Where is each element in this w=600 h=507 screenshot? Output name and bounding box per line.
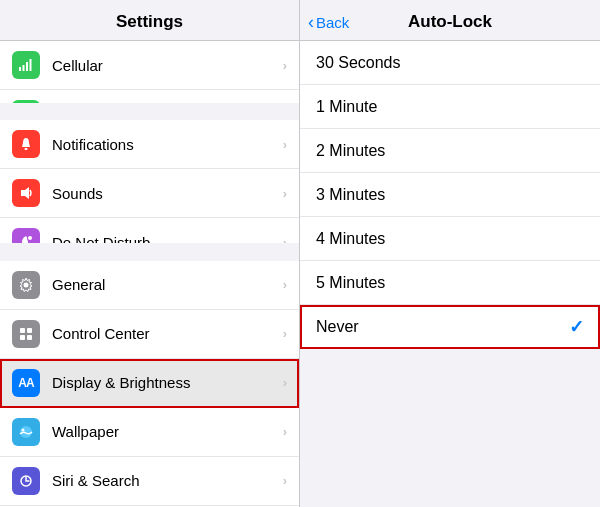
svg-marker-6	[21, 187, 29, 199]
settings-title: Settings	[16, 12, 283, 32]
general-label: General	[52, 276, 283, 293]
wallpaper-icon	[12, 418, 40, 446]
siri-icon	[12, 467, 40, 495]
sounds-label: Sounds	[52, 185, 283, 202]
wallpaper-chevron: ›	[283, 424, 287, 439]
notifications-label: Notifications	[52, 136, 283, 153]
display-chevron: ›	[283, 375, 287, 390]
svg-rect-3	[30, 59, 32, 71]
autolock-options-list: 30 Seconds 1 Minute 2 Minutes 3 Minutes …	[300, 41, 600, 349]
controlcenter-chevron: ›	[283, 326, 287, 341]
display-label: Display & Brightness	[52, 374, 283, 391]
sidebar-item-wallpaper[interactable]: Wallpaper ›	[0, 408, 299, 457]
sidebar-item-display[interactable]: AA Display & Brightness ›	[0, 359, 299, 408]
cellular-chevron: ›	[283, 58, 287, 73]
autolock-3min-label: 3 Minutes	[316, 186, 584, 204]
svg-rect-2	[26, 62, 28, 71]
svg-rect-15	[27, 328, 32, 333]
sidebar-item-donotdisturb[interactable]: Do Not Disturb ›	[0, 218, 299, 243]
settings-group-2: Notifications › Sounds › Do Not Disturb …	[0, 120, 299, 243]
donotdisturb-label: Do Not Disturb	[52, 234, 283, 244]
autolock-30sec-label: 30 Seconds	[316, 54, 584, 72]
svg-rect-5	[25, 148, 28, 150]
sidebar-item-siri[interactable]: Siri & Search ›	[0, 457, 299, 506]
svg-rect-16	[20, 335, 25, 340]
cellular-icon	[12, 51, 40, 79]
settings-group-3: General › Control Center › AA Display & …	[0, 261, 299, 507]
sidebar-item-general[interactable]: General ›	[0, 261, 299, 310]
siri-chevron: ›	[283, 473, 287, 488]
svg-point-19	[22, 428, 25, 431]
autolock-option-3min[interactable]: 3 Minutes	[300, 173, 600, 217]
autolock-option-5min[interactable]: 5 Minutes	[300, 261, 600, 305]
general-chevron: ›	[283, 277, 287, 292]
divider-1	[0, 103, 299, 121]
autolock-title: Auto-Lock	[408, 12, 492, 32]
siri-label: Siri & Search	[52, 472, 283, 489]
hotspot-icon	[12, 100, 40, 103]
back-chevron-icon: ‹	[308, 12, 314, 33]
cellular-label: Cellular	[52, 57, 283, 74]
autolock-1min-label: 1 Minute	[316, 98, 584, 116]
svg-rect-0	[19, 67, 21, 71]
autolock-option-2min[interactable]: 2 Minutes	[300, 129, 600, 173]
svg-point-8	[28, 236, 32, 240]
donotdisturb-icon	[12, 228, 40, 243]
display-icon: AA	[12, 369, 40, 397]
svg-point-13	[24, 282, 29, 287]
settings-group-1: Cellular › Personal Hotspot Off ›	[0, 41, 299, 103]
sidebar-item-controlcenter[interactable]: Control Center ›	[0, 310, 299, 359]
autolock-option-1min[interactable]: 1 Minute	[300, 85, 600, 129]
svg-rect-14	[20, 328, 25, 333]
notifications-chevron: ›	[283, 137, 287, 152]
checkmark-icon: ✓	[569, 316, 584, 338]
back-button[interactable]: ‹ Back	[308, 12, 349, 33]
sidebar-item-hotspot[interactable]: Personal Hotspot Off ›	[0, 90, 299, 103]
autolock-never-label: Never	[316, 318, 569, 336]
sidebar-item-notifications[interactable]: Notifications ›	[0, 120, 299, 169]
controlcenter-icon	[12, 320, 40, 348]
divider-2	[0, 243, 299, 261]
autolock-option-never[interactable]: Never ✓	[300, 305, 600, 349]
settings-header: Settings	[0, 0, 299, 41]
autolock-option-4min[interactable]: 4 Minutes	[300, 217, 600, 261]
autolock-option-30sec[interactable]: 30 Seconds	[300, 41, 600, 85]
sounds-icon	[12, 179, 40, 207]
autolock-header: ‹ Back Auto-Lock	[300, 0, 600, 41]
back-label: Back	[316, 14, 349, 31]
sidebar-item-sounds[interactable]: Sounds ›	[0, 169, 299, 218]
autolock-2min-label: 2 Minutes	[316, 142, 584, 160]
sidebar-item-cellular[interactable]: Cellular ›	[0, 41, 299, 90]
settings-panel: Settings Cellular › Personal Hotspot Off…	[0, 0, 300, 507]
controlcenter-label: Control Center	[52, 325, 283, 342]
general-icon	[12, 271, 40, 299]
wallpaper-label: Wallpaper	[52, 423, 283, 440]
svg-rect-17	[27, 335, 32, 340]
svg-rect-1	[23, 65, 25, 71]
autolock-5min-label: 5 Minutes	[316, 274, 584, 292]
notifications-icon	[12, 130, 40, 158]
sounds-chevron: ›	[283, 186, 287, 201]
autolock-panel: ‹ Back Auto-Lock 30 Seconds 1 Minute 2 M…	[300, 0, 600, 507]
autolock-4min-label: 4 Minutes	[316, 230, 584, 248]
donotdisturb-chevron: ›	[283, 235, 287, 244]
